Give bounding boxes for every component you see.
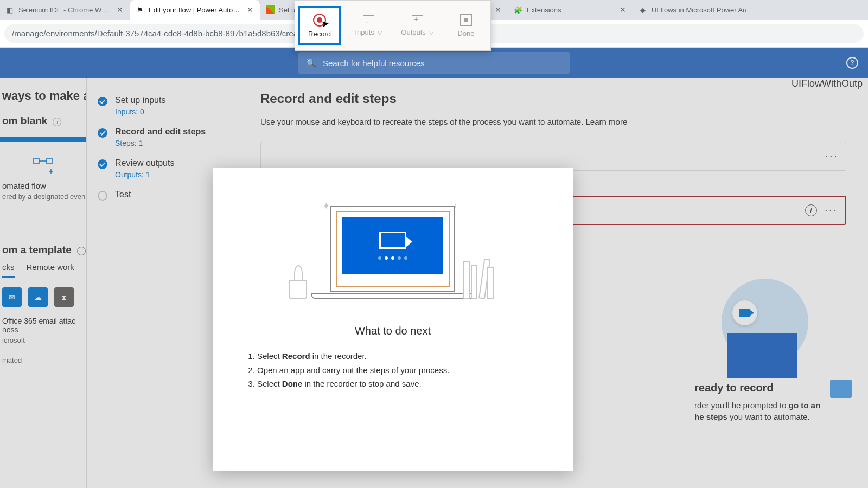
ways-heading: ways to make a fl — [0, 89, 86, 115]
modal-heading: What to do next — [240, 325, 546, 337]
tab-power-automate[interactable]: ⚑ Edit your flow | Power Automate ✕ — [130, 0, 260, 20]
close-icon[interactable]: ✕ — [494, 5, 502, 14]
flow-icon: ⚑ — [136, 5, 144, 14]
inputs-icon — [363, 15, 374, 24]
empty-bullet-icon — [98, 191, 107, 201]
template-title2: ness — [0, 325, 86, 334]
check-icon — [98, 97, 107, 106]
onedrive-icon[interactable]: ☁ — [28, 287, 48, 307]
chevron-down-icon: ▽ — [429, 29, 433, 36]
template-type: mated — [0, 344, 86, 364]
step-setup-inputs[interactable]: Set up inputs Inputs: 0 — [87, 90, 245, 121]
selected-indicator — [0, 137, 86, 142]
info-icon[interactable]: i — [77, 247, 86, 255]
close-icon[interactable]: ✕ — [116, 5, 124, 14]
automated-flow-title[interactable]: omated flow — [0, 181, 86, 190]
learn-more-link[interactable]: Learn more — [586, 117, 628, 126]
close-icon[interactable]: ✕ — [618, 5, 627, 14]
outputs-icon — [412, 15, 423, 24]
outlook-icon[interactable]: ✉ — [2, 287, 22, 307]
outputs-button[interactable]: Outputs▽ — [396, 6, 438, 45]
help-icon[interactable]: ? — [846, 57, 858, 69]
step-record-edit[interactable]: Record and edit steps Steps: 1 — [87, 121, 245, 153]
puzzle-icon: 🧩 — [514, 5, 522, 14]
info-icon[interactable]: i — [805, 204, 817, 216]
camera-icon — [379, 232, 406, 249]
flow-name: UIFlowWithOutp — [792, 78, 863, 89]
modal-illustration: ✦ + — [279, 200, 507, 309]
info-icon[interactable]: i — [53, 118, 61, 126]
left-rail: ways to make a fl om blank i omated flow… — [0, 78, 87, 488]
canvas-step-1[interactable]: ··· — [260, 142, 846, 171]
app-header: 🔍 Search for helpful resources ? — [0, 48, 868, 78]
from-template-heading: om a template — [0, 244, 72, 255]
ellipsis-icon[interactable]: ··· — [825, 149, 838, 163]
selenium-icon: ◧ — [5, 5, 14, 14]
inputs-button[interactable]: Inputs▽ — [347, 6, 390, 45]
stop-icon — [460, 14, 472, 26]
search-icon: 🔍 — [306, 58, 316, 68]
close-icon[interactable]: ✕ — [246, 5, 254, 14]
ms-icon — [266, 5, 275, 14]
modal-step-1: Select Record in the recorder. — [257, 349, 546, 363]
automated-flow-sub: ered by a designated even — [0, 190, 86, 201]
search-input[interactable]: 🔍 Search for helpful resources — [298, 52, 570, 74]
modal-step-2: Open an app and carry out the steps of y… — [257, 363, 546, 377]
record-button[interactable]: Record — [298, 6, 341, 45]
modal-steps: Select Record in the recorder. Open an a… — [240, 349, 546, 391]
template-title[interactable]: Office 365 email attac — [0, 307, 86, 325]
check-icon — [98, 159, 107, 169]
tab-uiflows[interactable]: ◆ UI flows in Microsoft Power Au — [633, 0, 752, 20]
tab-extensions[interactable]: 🧩 Extensions ✕ — [508, 0, 633, 20]
content-heading: Record and edit steps — [260, 91, 868, 106]
ready-hint: ready to record rder you'll be prompted … — [694, 284, 835, 422]
svg-rect-1 — [47, 158, 52, 164]
tab-remote-work[interactable]: Remote work — [27, 262, 74, 278]
check-icon — [98, 128, 107, 138]
chevron-down-icon: ▽ — [378, 29, 382, 36]
template-author: icrosoft — [0, 334, 86, 344]
tab-picks[interactable]: cks — [2, 262, 15, 278]
done-button[interactable]: Done — [445, 6, 487, 45]
ellipsis-icon[interactable]: ··· — [825, 203, 838, 217]
modal-step-3: Select Done in the recorder to stop and … — [257, 377, 546, 391]
from-blank-heading: om blank — [0, 115, 47, 126]
tab-selenium[interactable]: ◧ Selenium IDE - Chrome Web Stor ✕ — [0, 0, 130, 20]
pa-icon: ◆ — [639, 5, 647, 14]
svg-rect-0 — [34, 158, 39, 164]
what-next-modal: ✦ + What to do next Select Record in the… — [213, 168, 573, 471]
content-description: Use your mouse and keyboard to recreate … — [260, 117, 868, 126]
hourglass-icon[interactable]: ⧗ — [54, 287, 74, 307]
flow-diagram-icon — [33, 156, 54, 176]
